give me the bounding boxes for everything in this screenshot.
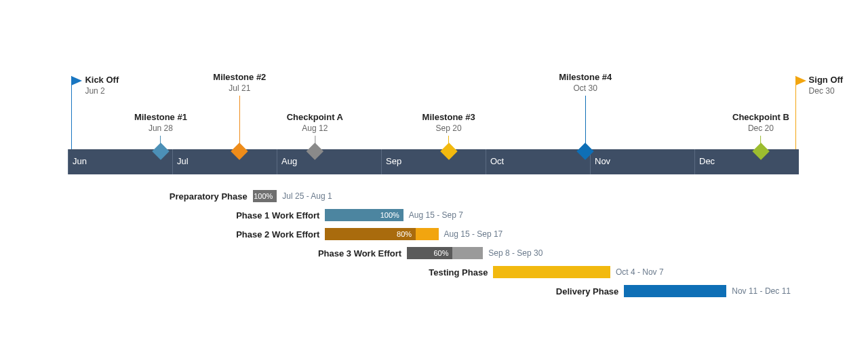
milestone-date: Oct 30 bbox=[559, 83, 612, 93]
task-progress: 100% bbox=[325, 209, 403, 221]
flag-label: Sign Off bbox=[809, 75, 844, 85]
diamond-icon bbox=[152, 142, 169, 159]
milestone-label: Milestone #1 bbox=[134, 112, 187, 122]
milestone-label: Milestone #3 bbox=[422, 112, 475, 122]
month-label: Dec bbox=[699, 156, 715, 166]
task-label: Delivery Phase bbox=[556, 286, 625, 297]
task-dates: Sep 8 - Sep 30 bbox=[483, 248, 542, 258]
task-bar bbox=[493, 266, 610, 278]
milestone-date: Dec 20 bbox=[732, 123, 789, 133]
task-label: Phase 1 Work Effort bbox=[236, 210, 325, 221]
month-tick: Sep bbox=[381, 149, 382, 174]
task-row-preparatory-phase: Preparatory Phase100%Jul 25 - Aug 1 bbox=[0, 190, 868, 205]
diamond-icon bbox=[752, 142, 769, 159]
month-label: Sep bbox=[386, 156, 401, 166]
diamond-icon bbox=[307, 142, 323, 159]
timeline-chart: JunJulAugSepOctNovDecKick OffJun 2Milest… bbox=[0, 0, 868, 363]
month-label: Jun bbox=[73, 156, 87, 166]
task-progress: 60% bbox=[407, 247, 452, 259]
milestone-milestone-3: Milestone #3Sep 20 bbox=[422, 112, 475, 157]
month-label: Oct bbox=[490, 156, 504, 166]
milestone-label: Checkpoint A bbox=[287, 112, 343, 122]
task-bar: 60% bbox=[407, 247, 483, 259]
flag-text: Kick OffJun 2 bbox=[85, 75, 119, 96]
milestone-date: Jul 21 bbox=[213, 83, 266, 93]
task-row-delivery-phase: Delivery PhaseNov 11 - Dec 11 bbox=[0, 285, 868, 300]
month-tick: Dec bbox=[694, 149, 695, 174]
diamond-icon bbox=[231, 142, 248, 159]
task-label: Preparatory Phase bbox=[170, 191, 253, 202]
milestone-date: Aug 12 bbox=[287, 123, 343, 133]
flag-icon bbox=[71, 76, 82, 85]
flag-label: Kick Off bbox=[85, 75, 119, 85]
task-dates: Jul 25 - Aug 1 bbox=[277, 191, 332, 201]
month-tick: Aug bbox=[277, 149, 277, 174]
task-row-phase-1-work-effort: Phase 1 Work Effort100%Aug 15 - Sep 7 bbox=[0, 209, 868, 224]
task-bar: 80% bbox=[325, 228, 438, 240]
milestone-milestone-4: Milestone #4Oct 30 bbox=[559, 72, 612, 157]
flag-icon bbox=[795, 76, 806, 85]
task-bar: 100% bbox=[253, 190, 277, 202]
diamond-icon bbox=[440, 142, 457, 159]
task-progress: 80% bbox=[325, 228, 416, 240]
milestone-date: Sep 20 bbox=[422, 123, 475, 133]
task-label: Phase 3 Work Effort bbox=[318, 248, 407, 259]
task-row-phase-3-work-effort: Phase 3 Work Effort60%Sep 8 - Sep 30 bbox=[0, 247, 868, 262]
task-label: Testing Phase bbox=[429, 267, 493, 278]
milestone-label: Checkpoint B bbox=[732, 112, 789, 122]
month-tick: Jun bbox=[68, 149, 68, 174]
task-row-phase-2-work-effort: Phase 2 Work Effort80%Aug 15 - Sep 17 bbox=[0, 228, 868, 243]
task-bar: 100% bbox=[325, 209, 403, 221]
flag-pole bbox=[795, 76, 796, 149]
task-dates: Aug 15 - Sep 7 bbox=[403, 210, 463, 220]
milestone-checkpoint-a: Checkpoint AAug 12 bbox=[287, 112, 343, 157]
milestone-checkpoint-b: Checkpoint BDec 20 bbox=[732, 112, 789, 157]
milestone-label: Milestone #4 bbox=[559, 72, 612, 82]
task-dates: Aug 15 - Sep 17 bbox=[439, 229, 503, 239]
task-dates: Nov 11 - Dec 11 bbox=[726, 286, 791, 296]
milestone-label: Milestone #2 bbox=[213, 72, 266, 82]
milestone-date: Jun 28 bbox=[134, 123, 187, 133]
task-label: Phase 2 Work Effort bbox=[236, 229, 325, 240]
flag-text: Sign OffDec 30 bbox=[809, 75, 844, 96]
task-bar bbox=[624, 285, 726, 297]
month-label: Aug bbox=[281, 156, 297, 166]
month-label: Nov bbox=[595, 156, 610, 166]
flag-date: Dec 30 bbox=[809, 86, 844, 96]
task-progress: 100% bbox=[253, 190, 277, 202]
month-label: Jul bbox=[177, 156, 189, 166]
flag-pole bbox=[71, 76, 72, 149]
milestone-milestone-2: Milestone #2Jul 21 bbox=[213, 72, 266, 157]
milestone-milestone-1: Milestone #1Jun 28 bbox=[134, 112, 187, 157]
month-tick: Oct bbox=[486, 149, 486, 174]
flag-date: Jun 2 bbox=[85, 86, 119, 96]
diamond-icon bbox=[576, 142, 593, 159]
task-dates: Oct 4 - Nov 7 bbox=[610, 267, 664, 277]
task-row-testing-phase: Testing PhaseOct 4 - Nov 7 bbox=[0, 266, 868, 281]
